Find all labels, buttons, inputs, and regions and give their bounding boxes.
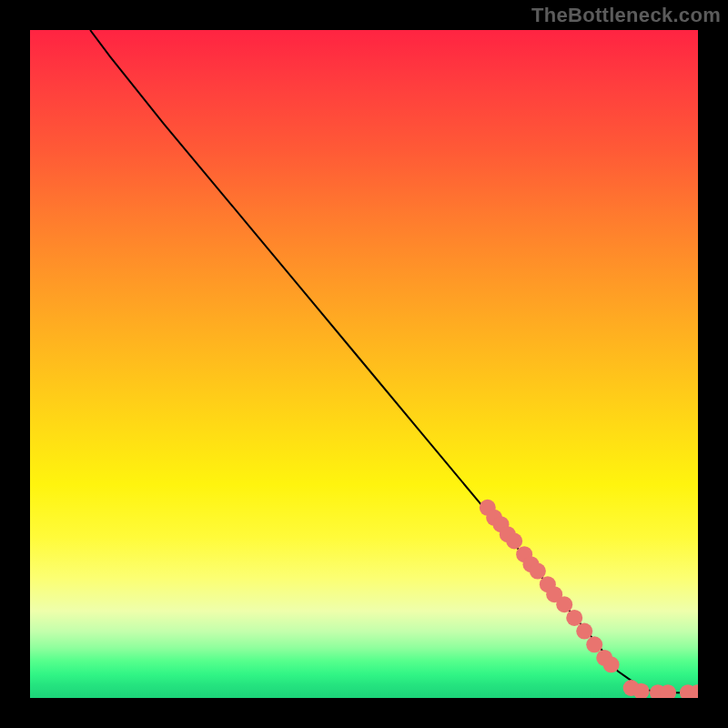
attribution-text: TheBottleneck.com <box>531 4 721 27</box>
marker-layer <box>480 500 698 698</box>
data-marker <box>556 596 572 612</box>
data-marker <box>576 623 592 640</box>
chart-frame: TheBottleneck.com <box>0 0 728 728</box>
curve-layer <box>90 30 698 693</box>
data-marker <box>566 610 582 626</box>
data-marker <box>506 533 522 550</box>
plot-area <box>30 30 698 698</box>
main-curve <box>90 30 698 693</box>
data-marker <box>603 656 620 672</box>
data-marker <box>530 563 546 580</box>
chart-svg <box>30 30 698 698</box>
data-marker <box>586 636 602 652</box>
